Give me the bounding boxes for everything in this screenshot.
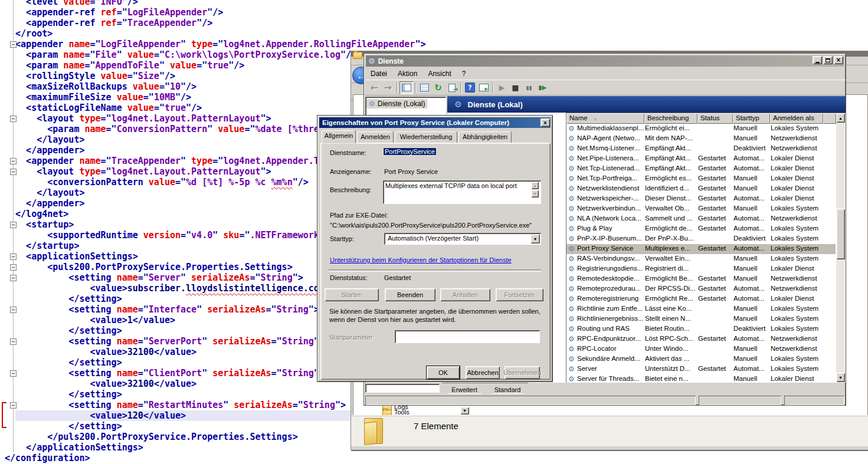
scrollbar-thumb[interactable] xyxy=(836,209,845,259)
fold-toggle-icon[interactable] xyxy=(10,338,17,345)
ok-button[interactable]: OK xyxy=(427,366,460,379)
start-service-icon[interactable] xyxy=(495,81,509,94)
beenden-button[interactable]: Beenden xyxy=(385,288,435,301)
changed-lines-marker xyxy=(2,402,6,428)
refresh-icon[interactable] xyxy=(431,81,445,94)
service-row[interactable]: ⚙RPC-Endpunktzuor...Löst RPC-Sch...Gesta… xyxy=(566,334,836,344)
menu-item-help[interactable]: ? xyxy=(457,68,471,79)
stop-service-icon[interactable] xyxy=(509,81,522,94)
services-titlebar[interactable]: ⚙ Dienste xyxy=(366,55,844,67)
tab-standard[interactable]: Standard xyxy=(487,383,528,394)
fortsetzen-button[interactable]: Fortsetzen xyxy=(496,288,543,301)
service-row[interactable]: ⚙NetzwerklistendienstIdentifiziert d...G… xyxy=(566,184,836,194)
startparameter-input[interactable] xyxy=(395,330,540,343)
service-row[interactable]: ⚙Port Proxy ServiceMultiplexes e...Gesta… xyxy=(566,244,836,254)
fold-toggle-icon[interactable] xyxy=(10,116,17,122)
menu-item-ansicht[interactable]: Ansicht xyxy=(422,68,456,79)
anzeigename-label: Anzeigename: xyxy=(330,168,371,175)
service-row[interactable]: ⚙Net.Msmq-Listener...Empfängt Akt...Deak… xyxy=(566,144,836,154)
scroll-up-button[interactable]: ▲ xyxy=(836,113,845,123)
service-row[interactable]: ⚙Net.Tcp-Listenerad...Empfängt Akt...Ges… xyxy=(566,164,836,174)
item-count-text: 7 Elemente xyxy=(414,421,458,431)
column-header-stub[interactable] xyxy=(823,113,836,124)
close-button[interactable]: × xyxy=(834,56,843,64)
scroll-up-icon[interactable]: ▲ xyxy=(531,182,539,189)
service-row[interactable]: ⚙RPC-LocatorUnter Windo...ManuellNetzwer… xyxy=(566,344,836,354)
column-header-status[interactable]: Status xyxy=(697,113,733,124)
service-row[interactable]: ⚙Netzwerkspeicher-...Dieser Dienst...Ges… xyxy=(566,194,836,204)
service-row[interactable]: ⚙Richtlinie zum Entfe...Lässt eine Ko...… xyxy=(566,304,836,314)
service-row[interactable]: ⚙Routing und RASBietet Routin...Deaktivi… xyxy=(566,324,836,334)
service-row[interactable]: ⚙Remoteprozedurau...Der RPCSS-Di...Gesta… xyxy=(566,284,836,294)
column-header-starttyp[interactable]: Starttyp xyxy=(733,113,770,124)
dialog-close-button[interactable]: × xyxy=(541,119,550,127)
tab-erweitert[interactable]: Erweitert xyxy=(442,383,487,394)
folder-list-item[interactable]: Tools xyxy=(394,409,410,415)
fold-toggle-icon[interactable] xyxy=(10,402,17,409)
back-arrow-icon[interactable] xyxy=(368,81,381,94)
forward-arrow-icon[interactable] xyxy=(381,81,395,94)
tab-allgemein[interactable]: Allgemein xyxy=(322,130,356,143)
vertical-scrollbar[interactable]: ▲ ▼ xyxy=(836,113,845,382)
maximize-button[interactable] xyxy=(823,56,833,64)
combobox-dropdown-icon[interactable]: ▼ xyxy=(530,234,540,243)
show-console-tree-icon[interactable] xyxy=(399,81,413,94)
starten-button[interactable]: Starten xyxy=(325,288,379,301)
service-row[interactable]: ⚙Remotedesktopdie...Ermöglicht Be...Gest… xyxy=(566,274,836,284)
column-header-name[interactable]: Name ▲ xyxy=(566,113,644,124)
fold-toggle-icon[interactable] xyxy=(10,41,17,48)
extended-view-icon[interactable] xyxy=(477,81,490,94)
pause-service-icon[interactable] xyxy=(522,81,536,94)
dienstname-value[interactable]: PortProxyService xyxy=(384,148,436,155)
help-icon[interactable] xyxy=(463,81,477,94)
fold-toggle-icon[interactable] xyxy=(10,222,17,228)
tree-item-dienste-lokal[interactable]: ⚙ Dienste (Lokal) xyxy=(366,99,427,108)
fold-toggle-icon[interactable] xyxy=(10,264,17,271)
fold-toggle-icon[interactable] xyxy=(10,254,17,260)
properties-icon[interactable] xyxy=(418,81,431,94)
service-row[interactable]: ⚙Net.Pipe-Listenera...Empfängt Akt...Ges… xyxy=(566,154,836,164)
service-row[interactable]: ⚙PnP-X-IP-Busenum...Der PnP-X-Bu...Deakt… xyxy=(566,234,836,244)
service-row[interactable]: ⚙NAP-Agent (Netwo...Mit dem NAP-...Manue… xyxy=(566,134,836,144)
service-row[interactable]: ⚙Server für Threads...Bietet eine n...Ma… xyxy=(566,374,836,383)
service-row[interactable]: ⚙ServerUnterstützt D...GestartetAutomat.… xyxy=(566,364,836,374)
column-header-anmelden-als[interactable]: Anmelden als xyxy=(770,113,823,124)
fold-toggle-icon[interactable] xyxy=(10,275,17,281)
fold-toggle-icon[interactable] xyxy=(10,169,17,175)
service-row[interactable]: ⚙Plug & PlayErmöglicht de...GestartetAut… xyxy=(566,224,836,234)
dialog-titlebar[interactable]: Eigenschaften von Port Proxy Service (Lo… xyxy=(319,117,551,128)
abbrechen-button[interactable]: Abbrechen xyxy=(466,366,500,379)
services-list: Name ▲BeschreibungStatusStarttypAnmelden… xyxy=(566,113,846,383)
tab-wiederherstellung[interactable]: Wiederherstellung xyxy=(395,131,457,143)
service-row[interactable]: ⚙Registrierungsdiens...Registriert di...… xyxy=(566,264,836,274)
service-row[interactable]: ⚙Sekundäre Anmeld...Aktiviert das ...Man… xyxy=(566,354,836,364)
anhalten-button[interactable]: Anhalten xyxy=(440,288,490,301)
service-cell: Automat... xyxy=(733,154,769,162)
service-row[interactable]: ⚙RAS-Verbindungsv...Verwaltet Ein...Manu… xyxy=(566,254,836,264)
tab-anmelden[interactable]: Anmelden xyxy=(357,131,394,143)
column-header-beschreibung[interactable]: Beschreibung xyxy=(644,113,697,124)
scroll-down-button[interactable]: ▼ xyxy=(836,373,845,382)
scroll-down-icon[interactable]: ▼ xyxy=(531,190,539,198)
service-row[interactable]: ⚙Richtlinienergebniss...Stellt einen N..… xyxy=(566,314,836,324)
service-row[interactable]: ⚙RemoteregistrierungErmöglicht Re...Gest… xyxy=(566,294,836,304)
restart-service-icon[interactable] xyxy=(536,81,549,94)
fold-toggle-icon[interactable] xyxy=(10,158,17,164)
startoptions-help-link[interactable]: Unterstützung beim Konfigurieren der Sta… xyxy=(330,256,512,264)
fold-toggle-icon[interactable] xyxy=(10,307,17,313)
service-row[interactable]: ⚙Net.Tcp-Portfreiga...Ermöglicht es...Ge… xyxy=(566,174,836,184)
menu-item-aktion[interactable]: Aktion xyxy=(392,68,422,79)
beschreibung-textbox[interactable]: Multiplexes external TCP/IP data on loca… xyxy=(383,180,541,204)
filter-box[interactable] xyxy=(365,384,440,393)
uebernehmen-button[interactable]: Übernehmen xyxy=(505,366,540,379)
dropdown-button[interactable]: ▼ xyxy=(460,407,469,414)
service-row[interactable]: ⚙Multimediaklassenpl...Ermöglicht ei...M… xyxy=(566,124,836,134)
export-list-icon[interactable] xyxy=(445,81,458,94)
starttyp-combobox[interactable]: Automatisch (Verzögerter Start) ▼ xyxy=(384,233,541,245)
service-row[interactable]: ⚙Netzwerkverbindun...Verwaltet Ob...Gest… xyxy=(566,204,836,214)
fold-toggle-icon[interactable] xyxy=(10,370,17,377)
tab-abhängigkeiten[interactable]: Abhängigkeiten xyxy=(458,131,512,143)
menu-item-datei[interactable]: Datei xyxy=(365,68,392,79)
service-row[interactable]: ⚙NLA (Network Loca...Sammelt und ...Gest… xyxy=(566,214,836,224)
minimize-button[interactable] xyxy=(813,56,822,64)
